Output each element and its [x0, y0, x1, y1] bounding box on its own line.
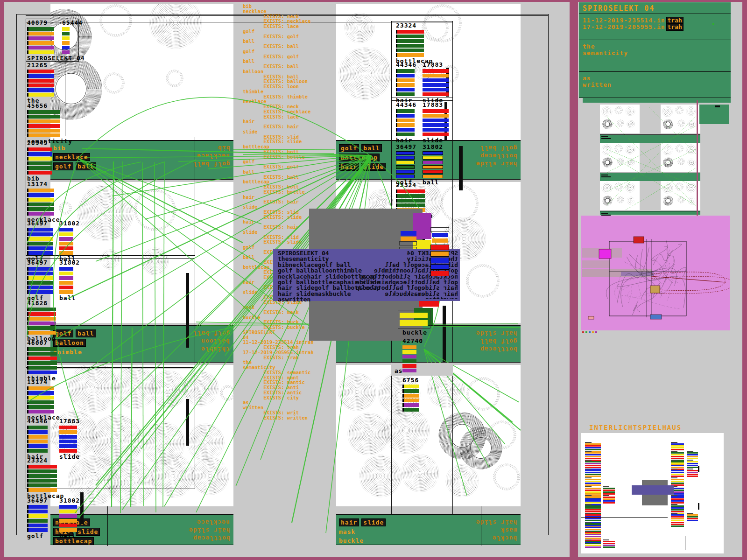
- rail-group-ball: 31802ball: [59, 497, 80, 539]
- mini-bar: [671, 511, 684, 512]
- band-tag-buckle[interactable]: buckle: [339, 537, 364, 544]
- collage-bar: [430, 245, 449, 250]
- value-bar: [27, 426, 48, 429]
- mini-bar: [687, 474, 698, 475]
- mini-bar: [671, 465, 684, 466]
- group-number: 31802: [59, 220, 80, 226]
- fragment-label: as: [395, 368, 403, 374]
- timestamp-tag-chip[interactable]: trah: [666, 23, 684, 31]
- band-mirror-label: bottlecap: [193, 535, 230, 542]
- minimap-circles: [661, 143, 700, 172]
- value-bar: [27, 505, 48, 509]
- value-bar: [27, 157, 52, 161]
- mini-bar: [671, 463, 684, 464]
- minimap-band-text: [601, 175, 608, 175]
- rail-group-hair: 44346hair: [396, 62, 416, 104]
- value-bar: [396, 133, 415, 136]
- value-bar: [402, 364, 416, 368]
- value-bar: [27, 251, 53, 255]
- group-number: 36497: [27, 220, 53, 226]
- mini-bar: [585, 502, 601, 504]
- value-bar: [59, 430, 77, 434]
- mini-bar: [687, 452, 698, 454]
- mini-bar: [603, 488, 615, 489]
- value-bar: [396, 44, 424, 48]
- mini-bar: [671, 479, 684, 480]
- mini-bar: [603, 546, 615, 548]
- value-bar: [402, 355, 416, 358]
- rail-group-necklace: 13174necklace: [27, 181, 60, 223]
- mini-mark: [698, 503, 699, 510]
- value-bar: [27, 189, 54, 192]
- struct-line-17: [80, 492, 84, 524]
- mini-bar: [687, 472, 698, 473]
- value-bar: [27, 514, 48, 518]
- exists-log-line: EXISTS: lace: [243, 24, 338, 29]
- timestamp-row: 17-12-2019-205955.intrah: [583, 22, 727, 29]
- value-bar: [59, 444, 77, 448]
- mini-bar: [585, 467, 601, 468]
- group-number: 23324: [396, 182, 433, 188]
- mini-bar: [671, 483, 684, 484]
- mini-bar: [603, 490, 615, 491]
- group-number: 17883: [423, 62, 449, 68]
- mini-bar: [585, 532, 601, 533]
- mini-caption: [687, 469, 693, 469]
- mini-caption: [585, 522, 592, 523]
- value-bar: [402, 385, 419, 388]
- exists-log-line: necklace: [243, 9, 338, 14]
- timestamp-row: 11-12-2019-235514.intrah: [583, 16, 727, 22]
- fragment-number: 42740: [402, 338, 427, 344]
- exists-log-line: 17-12-2019-205955.intrah: [243, 350, 338, 355]
- exists-log-line: EXISTS: lace: [243, 114, 338, 119]
- value-bar: [396, 128, 415, 132]
- mini-bar: [671, 522, 684, 523]
- value-bar: [27, 405, 54, 409]
- mini-bar: [585, 449, 601, 450]
- value-bar: [27, 74, 54, 78]
- value-bar: [59, 435, 77, 439]
- minimap-green-band: [600, 173, 700, 181]
- value-bar: [27, 317, 56, 321]
- mini-stack: [603, 497, 615, 504]
- minimap-tile: [600, 181, 640, 210]
- group-label: ball: [59, 533, 80, 539]
- mini-bar: [585, 500, 601, 502]
- mini-bar: [603, 493, 615, 495]
- mini-caption: [603, 495, 609, 496]
- value-bar: [59, 510, 77, 513]
- collage-block: [432, 238, 448, 243]
- mini-caption: [585, 469, 592, 469]
- exists-log-line: golf: [243, 49, 338, 54]
- value-bar: [423, 88, 449, 91]
- mini-bar: [671, 458, 684, 459]
- group-number: 45656: [27, 103, 72, 109]
- mini-stack: [687, 452, 698, 460]
- mini-bar: [585, 543, 601, 544]
- minimap-tile: [661, 143, 700, 172]
- value-bar: [27, 70, 54, 73]
- minimap: [579, 98, 733, 215]
- value-bar: [27, 430, 48, 434]
- value-bar: [27, 50, 54, 54]
- mini-bar: [671, 514, 684, 516]
- exists-log-line: EXISTS: writ: [243, 410, 338, 415]
- mini-bar: [585, 523, 601, 525]
- mini-bar: [585, 514, 601, 516]
- mini-bar: [671, 476, 684, 477]
- value-bar: [27, 510, 48, 513]
- rail-group-necklace: 13174necklace: [27, 379, 60, 421]
- value-bar: [27, 479, 57, 483]
- value-bar: [396, 109, 415, 113]
- value-bar: [423, 114, 449, 118]
- timestamp-text: 17-12-2019-205955.in: [583, 23, 665, 30]
- mini-caption: [671, 504, 677, 505]
- value-bar: [396, 123, 415, 127]
- minimap-tile: [600, 143, 640, 172]
- mini-caption: [585, 486, 592, 487]
- value-bar: [423, 123, 449, 127]
- minimap-green-band: [600, 134, 700, 143]
- exists-log-line: EXISTS: necklace: [243, 109, 338, 114]
- mini-rule: [685, 536, 685, 550]
- mini-bar: [585, 525, 601, 526]
